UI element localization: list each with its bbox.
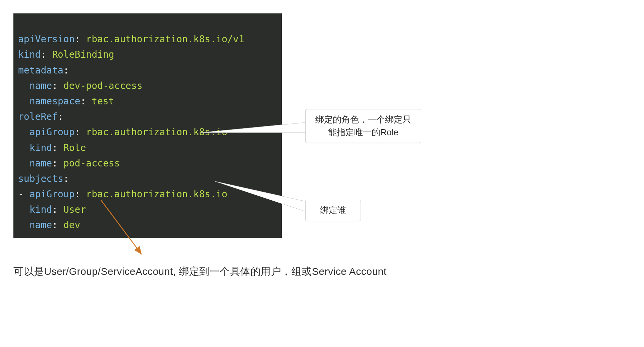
val-roleref-name: pod-access: [63, 158, 120, 169]
key-subject-kind: kind: [30, 204, 52, 215]
key-roleref-name: name: [30, 158, 52, 169]
key-kind: kind: [18, 49, 41, 60]
callout-pointer-2: [215, 181, 309, 215]
arrow-user-to-caption: [97, 200, 164, 260]
key-subjects: subjects: [18, 173, 63, 184]
key-apiversion: apiVersion: [18, 34, 75, 45]
key-roleref-apigroup: apiGroup: [30, 127, 75, 138]
callout-subjects: 绑定谁: [305, 200, 361, 221]
key-roleref-kind: kind: [30, 142, 52, 153]
val-metadata-name: dev-pod-access: [63, 80, 143, 91]
dash-subject: -: [18, 189, 24, 200]
key-subject-apigroup: apiGroup: [30, 189, 75, 200]
val-kind: RoleBinding: [52, 49, 114, 60]
val-subject-kind: User: [63, 204, 86, 215]
key-subject-name: name: [30, 219, 52, 231]
key-metadata-namespace: namespace: [30, 96, 80, 107]
key-roleref: roleRef: [18, 111, 58, 122]
val-apiversion: rbac.authorization.k8s.io/v1: [86, 34, 244, 45]
bottom-caption: 可以是User/Group/ServiceAccount, 绑定到一个具体的用户…: [13, 265, 631, 279]
svg-marker-0: [201, 122, 305, 133]
callout-pointer-1: [201, 121, 309, 148]
key-metadata-name: name: [30, 80, 52, 91]
svg-line-3: [101, 200, 141, 253]
diagram-wrap: apiVersion: rbac.authorization.k8s.io/v1…: [13, 13, 550, 238]
val-subject-apigroup: rbac.authorization.k8s.io: [86, 189, 227, 200]
val-roleref-kind: Role: [63, 142, 86, 153]
key-metadata: metadata: [18, 65, 63, 76]
val-metadata-namespace: test: [92, 96, 114, 107]
val-subject-name: dev: [63, 219, 80, 231]
callout-roleref: 绑定的角色，一个绑定只能指定唯一的Role: [305, 109, 421, 143]
svg-marker-1: [215, 181, 305, 211]
